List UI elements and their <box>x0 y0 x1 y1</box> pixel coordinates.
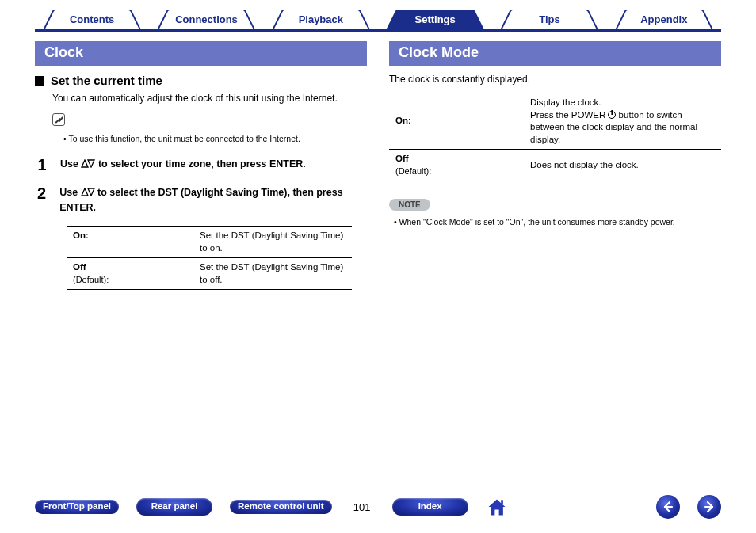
top-tab-bar: Contents Connections Playback Settings T… <box>35 10 721 32</box>
tab-label: Connections <box>175 13 238 25</box>
step-text-pre: Use <box>60 158 81 169</box>
step-2: 2 Use to select the DST (Daylight Saving… <box>35 185 367 215</box>
cm-on-desc-line1: Display the clock. <box>530 97 601 107</box>
pill-label: Remote control unit <box>238 501 324 511</box>
power-icon <box>608 111 616 119</box>
step-1-text: Use to select your time zone, then press… <box>60 156 306 173</box>
cm-on-desc: Display the clock. Press the POWER butto… <box>524 93 721 150</box>
tab-settings[interactable]: Settings <box>378 10 492 29</box>
tab-connections[interactable]: Connections <box>149 10 263 29</box>
prev-page-button[interactable] <box>656 495 680 519</box>
step-number: 1 <box>35 156 49 173</box>
dst-on-desc: Set the DST (Daylight Saving Time) to on… <box>193 227 352 258</box>
cm-on-label: On: <box>389 93 524 150</box>
note-badge: NOTE <box>389 199 430 211</box>
step-2-text: Use to select the DST (Daylight Saving T… <box>59 185 367 215</box>
rear-panel-button[interactable]: Rear panel <box>136 498 212 515</box>
clock-mode-table: On: Display the clock. Press the POWER b… <box>389 93 721 181</box>
note-text: When "Clock Mode" is set to "On", the un… <box>394 217 721 227</box>
bottom-nav: Front/Top panel Rear panel Remote contro… <box>0 495 756 519</box>
page-body: Clock Set the current time You can autom… <box>35 41 721 290</box>
updown-arrows-icon <box>81 158 95 173</box>
square-bullet-icon <box>35 76 44 86</box>
cm-off-label-cell: Off (Default): <box>389 150 524 181</box>
left-column: Clock Set the current time You can autom… <box>35 41 367 290</box>
intro-text: You can automatically adjust the clock o… <box>52 92 367 105</box>
step-number: 2 <box>35 185 48 215</box>
cm-off-desc: Does not display the clock. <box>524 150 721 181</box>
tab-label: Contents <box>70 13 114 25</box>
table-row: On: Set the DST (Daylight Saving Time) t… <box>67 227 352 258</box>
dst-off-desc: Set the DST (Daylight Saving Time) to of… <box>193 258 352 290</box>
tab-appendix[interactable]: Appendix <box>607 10 721 29</box>
section-header-clock-mode: Clock Mode <box>389 41 721 66</box>
right-column: Clock Mode The clock is constantly displ… <box>389 41 721 290</box>
tab-label: Settings <box>415 13 456 25</box>
dst-off-default: (Default): <box>73 275 109 284</box>
subhead-set-current-time: Set the current time <box>35 74 367 87</box>
tab-label: Playback <box>299 13 343 25</box>
index-button[interactable]: Index <box>392 498 468 515</box>
clock-mode-intro: The clock is constantly displayed. <box>389 74 721 85</box>
step-text-post: to select the DST (Daylight Saving Time)… <box>59 187 342 213</box>
pill-label: Index <box>418 501 442 511</box>
step-text-pre: Use <box>59 187 80 198</box>
svg-rect-0 <box>501 500 503 504</box>
dst-table: On: Set the DST (Daylight Saving Time) t… <box>67 226 352 290</box>
page-number: 101 <box>349 501 375 513</box>
tab-playback[interactable]: Playback <box>264 10 378 29</box>
step-text-post: to select your time zone, then press ENT… <box>95 158 305 169</box>
tab-label: Tips <box>539 13 560 25</box>
pill-label: Front/Top panel <box>43 501 111 511</box>
pencil-icon <box>52 113 65 126</box>
dst-off-label: Off <box>73 262 86 272</box>
next-page-button[interactable] <box>697 495 721 519</box>
steps-list: 1 Use to select your time zone, then pre… <box>35 156 367 215</box>
updown-arrows-icon <box>81 187 95 201</box>
home-button[interactable] <box>486 496 508 518</box>
step-1: 1 Use to select your time zone, then pre… <box>35 156 367 173</box>
tab-contents[interactable]: Contents <box>35 10 149 29</box>
pencil-note: To use this function, the unit must be c… <box>63 133 367 145</box>
tab-label: Appendix <box>640 13 687 25</box>
section-header-clock: Clock <box>35 41 367 66</box>
cm-off-default: (Default): <box>395 166 431 176</box>
table-row: Off (Default): Does not display the cloc… <box>389 150 721 181</box>
front-top-panel-button[interactable]: Front/Top panel <box>35 500 119 513</box>
pill-label: Rear panel <box>151 501 198 511</box>
tab-tips[interactable]: Tips <box>492 10 606 29</box>
dst-off-label-cell: Off (Default): <box>67 258 193 290</box>
table-row: Off (Default): Set the DST (Daylight Sav… <box>67 258 352 290</box>
remote-control-button[interactable]: Remote control unit <box>230 500 332 513</box>
cm-off-label: Off <box>395 154 409 163</box>
subhead-text: Set the current time <box>51 74 162 87</box>
table-row: On: Display the clock. Press the POWER b… <box>389 93 721 150</box>
cm-on-desc-pre: Press the POWER <box>530 110 608 120</box>
dst-on-label: On: <box>67 227 193 258</box>
